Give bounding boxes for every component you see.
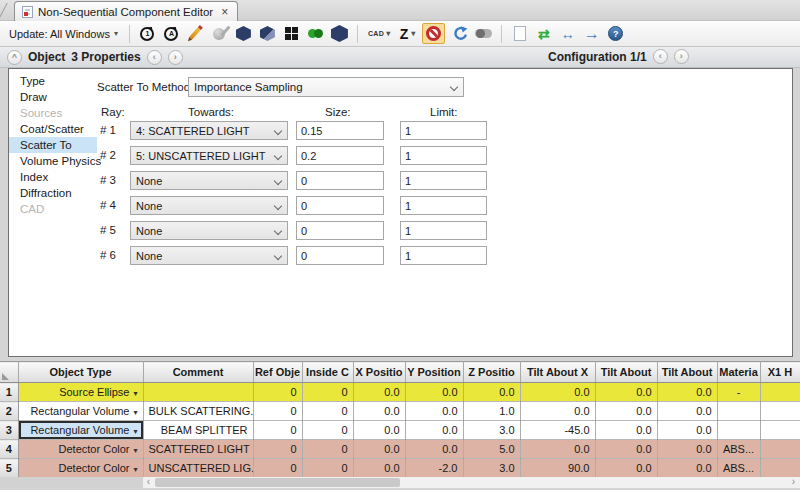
- data-cell[interactable]: 90.0: [520, 459, 595, 478]
- limit-input-4[interactable]: [400, 196, 487, 215]
- data-cell[interactable]: [760, 440, 800, 459]
- data-cell[interactable]: [760, 421, 800, 440]
- comment-cell[interactable]: UNSCATTERED LIG...: [143, 459, 253, 478]
- shaded-object-button[interactable]: [258, 24, 277, 43]
- data-cell[interactable]: 0.0: [595, 440, 657, 459]
- data-cell[interactable]: 0.0: [353, 402, 405, 421]
- size-input-2[interactable]: [296, 146, 384, 165]
- data-cell[interactable]: -: [717, 383, 760, 402]
- help-button[interactable]: ?: [606, 24, 625, 43]
- data-cell[interactable]: 3.0: [463, 421, 520, 440]
- data-cell[interactable]: 5.0: [463, 440, 520, 459]
- data-cell[interactable]: 0.0: [405, 440, 463, 459]
- size-input-6[interactable]: [296, 246, 384, 265]
- data-cell[interactable]: 0.0: [595, 459, 657, 478]
- object-type-cell[interactable]: Detector Color▾: [18, 440, 143, 459]
- close-icon[interactable]: ×: [221, 5, 228, 19]
- data-cell[interactable]: 0: [253, 402, 302, 421]
- nsc-object-button[interactable]: [330, 24, 349, 43]
- ignore-object-toggle[interactable]: [422, 23, 445, 44]
- limit-input-1[interactable]: [400, 121, 487, 140]
- data-cell[interactable]: 0.0: [657, 421, 717, 440]
- z-dropdown[interactable]: Z ▾: [398, 26, 418, 42]
- data-cell[interactable]: 0.0: [353, 459, 405, 478]
- row-header[interactable]: 1: [0, 383, 18, 402]
- data-cell[interactable]: 0.0: [657, 459, 717, 478]
- solid-object-button[interactable]: [234, 24, 253, 43]
- size-input-5[interactable]: [296, 221, 384, 240]
- data-cell[interactable]: 0: [302, 383, 353, 402]
- data-cell[interactable]: 0: [253, 459, 302, 478]
- next-config-button[interactable]: ›: [674, 49, 689, 64]
- edit-object-button[interactable]: [186, 24, 205, 43]
- exchange-button[interactable]: ↔: [558, 24, 577, 43]
- data-cell[interactable]: 1.0: [463, 402, 520, 421]
- row-header[interactable]: 3: [0, 421, 18, 440]
- cad-dropdown[interactable]: CAD ▾: [366, 29, 393, 38]
- towards-select-5[interactable]: None: [130, 221, 288, 240]
- update-dropdown[interactable]: Update: All Windows ▾: [6, 26, 121, 42]
- data-cell[interactable]: 0.0: [657, 402, 717, 421]
- towards-select-1[interactable]: 4: SCATTERED LIGHT: [130, 121, 288, 140]
- blank-page-button[interactable]: [510, 24, 529, 43]
- detector-viewer-button[interactable]: [282, 24, 301, 43]
- towards-select-4[interactable]: None: [130, 196, 288, 215]
- scatter-method-select[interactable]: Importance Sampling: [188, 77, 464, 97]
- data-cell[interactable]: 0.0: [405, 402, 463, 421]
- object-type-cell[interactable]: Rectangular Volume▾: [18, 402, 143, 421]
- edit-disabled-button[interactable]: [210, 24, 229, 43]
- data-cell[interactable]: 0.0: [353, 383, 405, 402]
- data-cell[interactable]: 0.0: [595, 421, 657, 440]
- data-cell[interactable]: ABS...: [717, 440, 760, 459]
- data-cell[interactable]: [717, 402, 760, 421]
- data-cell[interactable]: -2.0: [405, 459, 463, 478]
- row-header[interactable]: 4: [0, 440, 18, 459]
- data-cell[interactable]: 0.0: [520, 440, 595, 459]
- row-header[interactable]: 2: [0, 402, 18, 421]
- object-type-cell[interactable]: Rectangular Volume▾: [18, 421, 143, 440]
- toggle-button[interactable]: [474, 24, 493, 43]
- size-input-1[interactable]: [296, 121, 384, 140]
- data-cell[interactable]: 0.0: [353, 421, 405, 440]
- next-object-button[interactable]: ›: [168, 50, 183, 65]
- data-cell[interactable]: 3.0: [463, 459, 520, 478]
- data-cell[interactable]: [760, 402, 800, 421]
- collapse-button[interactable]: ^: [7, 50, 22, 65]
- data-cell[interactable]: -45.0: [520, 421, 595, 440]
- update-1x-button[interactable]: 1: [138, 24, 157, 43]
- data-cell[interactable]: 0.0: [520, 383, 595, 402]
- data-cell[interactable]: 0.0: [405, 421, 463, 440]
- data-cell[interactable]: 0: [253, 440, 302, 459]
- prev-object-button[interactable]: ‹: [147, 50, 162, 65]
- update-all-button[interactable]: A: [162, 24, 181, 43]
- comment-cell[interactable]: BEAM SPLITTER: [143, 421, 253, 440]
- data-cell[interactable]: 0.0: [520, 402, 595, 421]
- data-cell[interactable]: [760, 459, 800, 478]
- scrollbar-thumb[interactable]: [155, 478, 400, 487]
- prev-config-button[interactable]: ‹: [653, 49, 668, 64]
- rotate-button[interactable]: [450, 24, 469, 43]
- object-type-cell[interactable]: Source Ellipse▾: [18, 383, 143, 402]
- data-cell[interactable]: ABS...: [717, 459, 760, 478]
- towards-select-2[interactable]: 5: UNSCATTERED LIGHT: [130, 146, 288, 165]
- sources-button[interactable]: [306, 24, 325, 43]
- limit-input-3[interactable]: [400, 171, 487, 190]
- data-cell[interactable]: 0.0: [353, 440, 405, 459]
- go-button[interactable]: →: [582, 24, 601, 43]
- data-cell[interactable]: 0: [302, 402, 353, 421]
- comment-cell[interactable]: [143, 383, 253, 402]
- data-cell[interactable]: 0: [302, 459, 353, 478]
- object-type-cell[interactable]: Detector Color▾: [18, 459, 143, 478]
- size-input-4[interactable]: [296, 196, 384, 215]
- data-cell[interactable]: [760, 383, 800, 402]
- limit-input-5[interactable]: [400, 221, 487, 240]
- swap-objects-button[interactable]: ⇄: [534, 24, 553, 43]
- limit-input-2[interactable]: [400, 146, 487, 165]
- data-cell[interactable]: 0: [302, 440, 353, 459]
- tab-nsc-editor[interactable]: Non-Sequential Component Editor ×: [14, 1, 238, 21]
- data-cell[interactable]: 0: [253, 421, 302, 440]
- towards-select-6[interactable]: None: [130, 246, 288, 265]
- size-input-3[interactable]: [296, 171, 384, 190]
- data-cell[interactable]: 0.0: [657, 383, 717, 402]
- row-header[interactable]: 5: [0, 459, 18, 478]
